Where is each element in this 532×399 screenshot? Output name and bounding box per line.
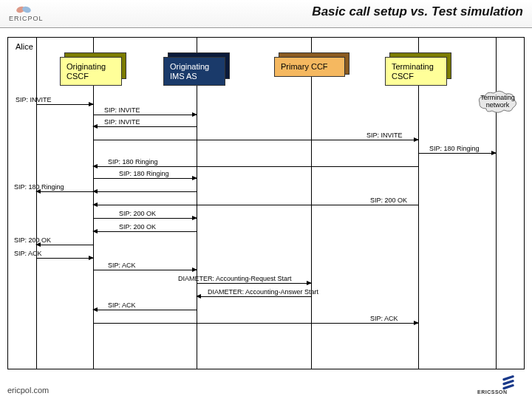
arrow xyxy=(93,191,197,192)
entity-term-net: Terminatingnetwork xyxy=(477,89,518,117)
entity-label: OriginatingCSCF xyxy=(66,62,106,81)
entity-label: OriginatingIMS AS xyxy=(170,62,209,81)
entity-orig-cscf: OriginatingCSCF xyxy=(60,57,122,86)
lifeline-term-cscf xyxy=(418,38,419,369)
msg-invite: SIP: INVITE xyxy=(366,132,403,139)
ericsson-logo: ERICSSON xyxy=(477,375,519,395)
msg-ringing: SIP: 180 Ringing xyxy=(14,183,64,191)
msg-ack: SIP: ACK xyxy=(108,301,136,309)
ericpol-logo: ERICPOL xyxy=(7,3,66,24)
sequence-diagram: Alice OriginatingCSCF OriginatingIMS AS … xyxy=(7,37,525,369)
msg-ack: SIP: ACK xyxy=(108,262,136,269)
entity-orig-ims-as: OriginatingIMS AS xyxy=(163,57,225,86)
msg-diam-req: DIAMETER: Accounting-Request Start xyxy=(178,275,292,282)
arrow xyxy=(93,270,197,270)
msg-ringing: SIP: 180 Ringing xyxy=(119,170,169,177)
arrow xyxy=(197,283,311,284)
entity-label: TerminatingCSCF xyxy=(392,62,434,81)
entity-primary-ccf: Primary CCF xyxy=(274,57,345,77)
msg-ok: SIP: 200 OK xyxy=(119,223,156,231)
arrow xyxy=(93,231,197,232)
msg-ringing: SIP: 180 Ringing xyxy=(429,145,480,152)
arrow xyxy=(418,153,496,154)
arrow xyxy=(36,104,93,105)
entity-label: Primary CCF xyxy=(281,62,328,71)
arrow xyxy=(93,178,197,179)
msg-ok: SIP: 200 OK xyxy=(370,197,407,204)
msg-invite: SIP: INVITE xyxy=(16,96,52,103)
lifeline-orig-ims-as xyxy=(197,38,197,369)
msg-ringing: SIP: 180 Ringing xyxy=(108,158,158,166)
footer-url: ericpol.com xyxy=(7,386,49,395)
arrow xyxy=(93,140,418,140)
msg-invite: SIP: INVITE xyxy=(104,106,140,114)
arrow xyxy=(93,205,418,205)
arrow xyxy=(36,191,93,192)
msg-diam-ans: DIAMETER: Accounting-Answer Start xyxy=(208,288,318,296)
svg-text:ERICSSON: ERICSSON xyxy=(477,389,508,395)
arrow xyxy=(93,166,418,167)
slide-title: Basic call setup vs. Test simulation xyxy=(312,4,523,19)
arrow xyxy=(36,245,93,245)
arrow xyxy=(36,258,93,259)
msg-ack: SIP: ACK xyxy=(370,315,398,322)
arrow xyxy=(93,218,197,219)
lifeline-primary-ccf xyxy=(311,38,312,369)
lifeline-term-net xyxy=(496,38,497,369)
lifeline-alice xyxy=(36,38,37,369)
msg-invite: SIP: INVITE xyxy=(104,118,140,126)
cloud-label: Terminatingnetwork xyxy=(479,95,516,109)
actor-alice: Alice xyxy=(16,42,33,51)
msg-ok: SIP: 200 OK xyxy=(119,210,156,217)
arrow xyxy=(93,323,418,324)
msg-ack: SIP: ACK xyxy=(14,250,42,257)
slide-header: ERICPOL Basic call setup vs. Test simula… xyxy=(0,0,532,28)
arrow xyxy=(197,296,311,297)
brand-text: ERICPOL xyxy=(9,15,44,22)
arrow xyxy=(93,126,197,127)
entity-term-cscf: TerminatingCSCF xyxy=(385,57,447,86)
arrow xyxy=(93,115,197,115)
arrow xyxy=(93,310,197,310)
msg-ok: SIP: 200 OK xyxy=(14,236,51,244)
